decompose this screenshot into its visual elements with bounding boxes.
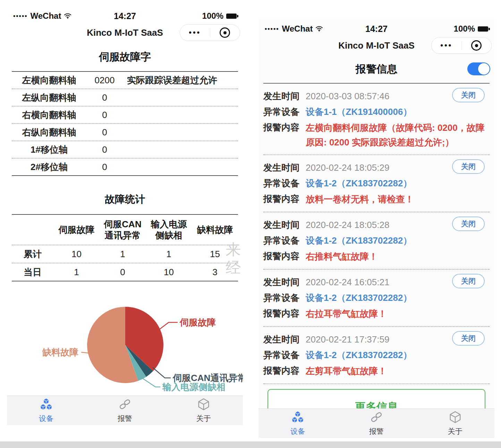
time-field-label: 发生时间	[263, 160, 306, 176]
tab-item-about[interactable]: 关于	[164, 396, 243, 425]
alarm-device-link[interactable]: 设备1-2（ZK183702282）	[306, 176, 412, 191]
close-alarm-button[interactable]: 关闭	[452, 217, 485, 231]
stats-value: 10	[53, 249, 100, 260]
alarm-time: 2020-02-24 16:05:21	[306, 274, 389, 290]
pie-label-leader	[153, 367, 171, 378]
devices-icon	[40, 398, 53, 412]
close-alarm-button[interactable]: 关闭	[452, 159, 485, 174]
alarm-device-link[interactable]: 设备1-2（ZK183702282）	[306, 290, 412, 306]
page-title: 伺服故障字	[7, 50, 243, 64]
wifi-icon	[64, 11, 71, 21]
content-field-label: 报警内容	[263, 306, 306, 321]
stats-title: 故障统计	[7, 193, 243, 206]
device-field-label: 异常设备	[263, 176, 306, 191]
device-field-label: 异常设备	[263, 347, 306, 363]
fault-pie-chart: 伺服故障伺服CAN通讯异常输入电源侧缺相缺料故障	[7, 301, 243, 400]
tab-item-alarm[interactable]: 报警	[86, 396, 164, 425]
tab-bar: 设备报警关于	[7, 396, 243, 425]
tab-label: 报警	[369, 426, 384, 436]
alarm-device-link[interactable]: 设备1-1（ZK191400006）	[306, 104, 412, 120]
alarm-time: 2020-03-03 08:57:46	[306, 88, 389, 104]
alarm-entry: 发生时间2020-02-24 18:05:28异常设备设备1-2（ZK18370…	[263, 212, 490, 270]
content-field-label: 报警内容	[263, 248, 306, 264]
servo-table-row: 2#移位轴0	[12, 159, 238, 175]
pie-slice-label: 缺料故障	[42, 347, 78, 357]
stats-column-header: 输入电源侧缺相	[146, 217, 192, 243]
fault-code: 0	[86, 110, 123, 120]
close-minip-icon[interactable]	[210, 27, 240, 38]
fault-stats-table: 伺服故障伺服CAN通讯异常输入电源侧缺相缺料故障累计101115当日10103	[12, 214, 238, 281]
alarm-entry: 发生时间2020-02-24 16:05:21异常设备设备1-2（ZK18370…	[263, 270, 490, 327]
fault-code: 0	[86, 92, 123, 103]
nav-bar: Kinco M-IoT SaaS •••	[258, 37, 494, 54]
alarm-time: 2020-02-21 17:37:59	[306, 332, 389, 347]
close-alarm-button[interactable]: 关闭	[452, 274, 485, 288]
close-alarm-button[interactable]: 关闭	[452, 88, 485, 102]
tab-label: 设备	[290, 426, 305, 436]
time-field-label: 发生时间	[263, 332, 306, 347]
servo-table-row: 右纵向翻料轴0	[12, 124, 238, 141]
stats-value: 1	[146, 249, 192, 260]
pie-slice-label: 输入电源侧缺相	[162, 382, 226, 392]
stats-data-row: 累计101115	[12, 245, 238, 263]
stats-column-header: 伺服故障	[53, 222, 100, 238]
signal-strength-icon: •••••	[265, 25, 279, 33]
axis-name: 右纵向翻料轴	[12, 126, 86, 138]
menu-dots-icon[interactable]: •••	[180, 26, 210, 40]
servo-fault-table: 左横向翻料轴0200实际跟踪误差超过允许左纵向翻料轴0右横向翻料轴0右纵向翻料轴…	[12, 71, 238, 176]
fault-code: 0	[86, 127, 123, 138]
servo-table-row: 右横向翻料轴0	[12, 107, 238, 124]
tab-label: 关于	[196, 414, 211, 423]
status-bar: ••••• WeChat 14:27 100%	[258, 19, 494, 34]
stats-header-row: 伺服故障伺服CAN通讯异常输入电源侧缺相缺料故障	[12, 215, 238, 245]
servo-table-row: 左横向翻料轴0200实际跟踪误差超过允许	[12, 72, 238, 89]
carrier-label: WeChat	[31, 11, 61, 21]
status-bar: ••••• WeChat 14:27 100%	[7, 6, 243, 22]
toggle-knob	[478, 63, 490, 75]
menu-dots-icon[interactable]: •••	[432, 39, 461, 52]
clock-label: 14:27	[341, 24, 412, 34]
alarm-icon	[119, 398, 131, 412]
close-alarm-button[interactable]: 关闭	[452, 331, 485, 346]
alarm-entry: 发生时间2020-02-21 17:37:59异常设备设备1-2（ZK18370…	[263, 327, 490, 384]
content-field-label: 报警内容	[263, 363, 306, 379]
alarm-time: 2020-02-24 18:05:29	[306, 160, 389, 176]
pie-label-leader	[141, 377, 160, 387]
device-field-label: 异常设备	[263, 290, 306, 306]
alarm-time: 2020-02-24 18:05:28	[306, 217, 389, 233]
close-minip-icon[interactable]	[462, 40, 492, 51]
clock-label: 14:27	[90, 11, 160, 21]
tab-bar: 设备报警关于	[258, 408, 494, 438]
servo-table-row: 1#移位轴0	[12, 141, 238, 159]
about-icon	[449, 411, 461, 425]
wechat-capsule[interactable]: •••	[180, 24, 240, 41]
device-field-label: 异常设备	[263, 104, 306, 120]
alarm-list: 发生时间2020-03-03 08:57:46异常设备设备1-1（ZK19140…	[263, 84, 490, 384]
tab-item-devices[interactable]: 设备	[258, 409, 337, 438]
wechat-capsule[interactable]: •••	[431, 37, 492, 54]
alarm-device-link[interactable]: 设备1-2（ZK183702282）	[306, 347, 412, 363]
time-field-label: 发生时间	[263, 88, 306, 104]
alarm-device-link[interactable]: 设备1-2（ZK183702282）	[306, 233, 412, 248]
alarm-content: 放料一卷材无料，请检查！	[306, 191, 490, 207]
alarm-content: 左剪耳带气缸故障！	[306, 363, 490, 379]
alarm-content: 右推料气缸故障！	[306, 248, 490, 264]
pie-slice-label: 伺服故障	[179, 317, 216, 328]
servo-table-row: 左纵向翻料轴0	[12, 89, 238, 107]
alarm-toggle[interactable]	[467, 62, 490, 75]
tab-label: 报警	[118, 414, 132, 423]
fault-code: 0	[86, 144, 123, 155]
tab-item-about[interactable]: 关于	[416, 409, 494, 438]
tab-item-devices[interactable]: 设备	[7, 396, 86, 425]
watermark: 来 经	[226, 240, 264, 277]
stats-column-header: 伺服CAN通讯异常	[100, 217, 146, 243]
stats-row-label: 当日	[12, 266, 53, 278]
fault-code: 0200	[86, 75, 123, 86]
alarm-list-screen: ••••• WeChat 14:27 100% Kinco M-IoT SaaS…	[258, 19, 494, 438]
battery-icon	[226, 14, 237, 19]
axis-name: 右横向翻料轴	[12, 109, 86, 121]
stats-value: 1	[53, 267, 100, 278]
device-field-label: 异常设备	[263, 233, 306, 248]
tab-item-alarm[interactable]: 报警	[337, 409, 416, 438]
devices-icon	[291, 411, 304, 425]
